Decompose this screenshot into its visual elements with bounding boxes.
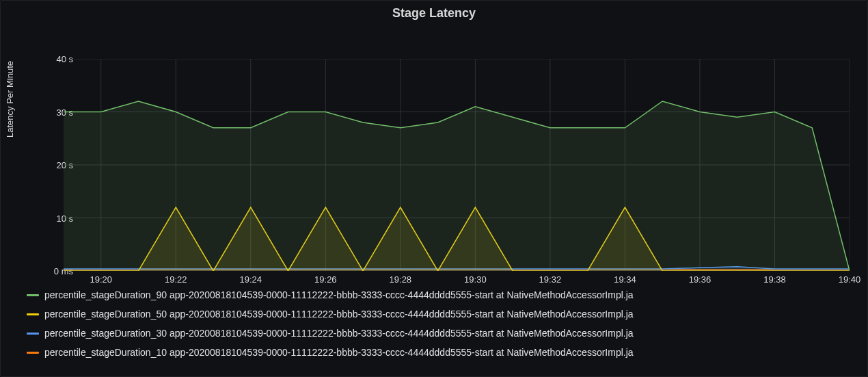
- x-tick-label: 19:28: [390, 274, 412, 285]
- chart-title: Stage Latency: [1, 6, 867, 21]
- legend-swatch: [27, 352, 39, 354]
- legend-swatch: [27, 294, 39, 296]
- x-tick-label: 19:24: [240, 274, 262, 285]
- series-area: [64, 101, 850, 271]
- legend-item[interactable]: percentile_stageDuration_50 app-20200818…: [27, 304, 858, 324]
- x-tick-label: 19:34: [614, 274, 636, 285]
- x-tick-label: 19:22: [165, 274, 187, 285]
- legend-swatch: [27, 313, 39, 315]
- x-tick-label: 19:40: [839, 274, 861, 285]
- legend-swatch: [27, 333, 39, 335]
- chart-plot-area[interactable]: [64, 59, 850, 271]
- legend-item[interactable]: percentile_stageDuration_30 app-20200818…: [27, 324, 858, 343]
- legend-label: percentile_stageDuration_10 app-20200818…: [44, 347, 634, 358]
- legend-label: percentile_stageDuration_30 app-20200818…: [44, 328, 634, 339]
- legend-item[interactable]: percentile_stageDuration_10 app-20200818…: [27, 343, 858, 362]
- x-tick-label: 19:30: [464, 274, 487, 285]
- x-tick-label: 19:20: [90, 274, 112, 285]
- legend-item[interactable]: percentile_stageDuration_90 app-20200818…: [27, 285, 858, 304]
- x-tick-label: 19:36: [689, 274, 711, 285]
- chart-series: [64, 101, 850, 271]
- y-axis-label: Latency Per Minute: [5, 61, 15, 138]
- legend-label: percentile_stageDuration_90 app-20200818…: [44, 289, 634, 300]
- chart-legend: percentile_stageDuration_90 app-20200818…: [27, 285, 858, 362]
- legend-label: percentile_stageDuration_50 app-20200818…: [44, 309, 634, 320]
- x-tick-label: 19:38: [763, 274, 786, 285]
- x-tick-label: 19:26: [314, 274, 337, 285]
- chart-panel: Stage Latency Latency Per Minute 0 ms10 …: [0, 0, 868, 377]
- x-tick-label: 19:32: [539, 274, 562, 285]
